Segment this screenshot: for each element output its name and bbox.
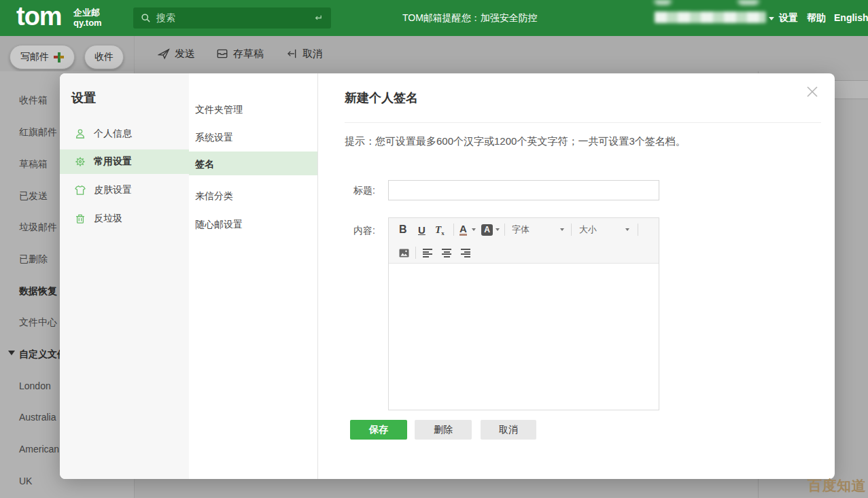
font-color-button[interactable]: A [459,224,467,236]
close-icon[interactable] [805,84,820,99]
subnav-label: 系统设置 [195,132,233,143]
subnav-mail-settings[interactable]: 随心邮设置 [189,215,317,234]
bold-button[interactable]: B [399,218,407,241]
subnav-system-settings[interactable]: 系统设置 [189,128,317,147]
editor-content-area[interactable] [389,264,659,410]
settings-nav-general[interactable]: 常用设置 [60,149,189,174]
cancel-button[interactable]: 取消 [481,420,536,440]
shirt-icon [75,185,86,196]
clear-format-button[interactable]: Tx [435,218,445,241]
settings-title: 设置 [71,90,96,106]
panel-title: 新建个人签名 [345,90,418,106]
insert-image-button[interactable] [399,241,409,264]
delete-button[interactable]: 删除 [415,420,472,440]
header-notice: TOM邮箱提醒您：加强安全防控 [402,0,538,36]
header-settings-link[interactable]: 设置 [779,0,798,36]
subnav-signature[interactable]: 签名 [189,152,317,175]
font-size-select[interactable]: 大小 [579,218,597,241]
user-icon [75,128,86,139]
font-size-arrow[interactable] [625,218,629,241]
align-right-button[interactable] [461,241,470,264]
search-icon [141,13,151,23]
brand-line1: 企业邮 [73,7,102,18]
search-box[interactable]: 搜索 [133,7,331,29]
underline-button[interactable]: U [418,218,426,241]
settings-nav-skin[interactable]: 皮肤设置 [60,178,189,202]
settings-nav-label: 皮肤设置 [94,184,132,196]
subnav-label: 来信分类 [195,190,233,201]
save-button[interactable]: 保存 [350,420,407,440]
search-placeholder: 搜索 [156,12,175,24]
signature-title-input[interactable] [388,180,659,200]
blurred-account-email [655,12,766,23]
brand-line2: qy.tom [73,18,102,28]
signature-editor: B U Tx A A 字体 大小 [388,217,659,410]
editor-toolbar: B U Tx A A 字体 大小 [389,218,659,264]
align-center-button[interactable] [442,241,451,264]
tom-logo: tom [16,2,62,31]
blur-smudge [737,0,759,5]
settings-nav-label: 反垃圾 [94,213,122,225]
account-chevron-down-icon[interactable] [769,17,774,20]
panel-hint: 提示：您可设置最多600个汉字或1200个英文字符；一共可设置3个签名档。 [345,135,686,148]
settings-nav-label: 个人信息 [94,128,132,140]
settings-nav-antispam[interactable]: 反垃圾 [60,207,189,231]
blur-smudge [654,0,672,5]
bg-color-button[interactable]: A [481,218,493,241]
enter-icon [313,13,323,23]
baidu-zhidao-watermark: 百度知道 [808,476,866,495]
subnav-folder-management[interactable]: 文件夹管理 [189,100,317,119]
trash-icon [75,213,86,224]
settings-nav-personal-info[interactable]: 个人信息 [60,122,189,146]
font-color-arrow[interactable] [472,218,476,241]
subnav-label: 签名 [195,158,214,169]
header-language-link[interactable]: English [834,0,868,36]
font-family-arrow[interactable] [560,218,564,241]
brand-lines: 企业邮 qy.tom [73,7,102,28]
header-help-link[interactable]: 帮助 [807,0,826,36]
panel-divider [345,122,821,123]
align-left-button[interactable] [423,241,432,264]
title-label: 标题: [353,185,375,197]
subnav-divider [317,73,318,479]
subnav-label: 随心邮设置 [195,219,243,230]
top-header: tom 企业邮 qy.tom 搜索 TOM邮箱提醒您：加强安全防控 设置 帮助 … [0,0,868,36]
gear-icon [75,156,86,167]
settings-modal: 设置 个人信息 常用设置 皮肤设置 反垃圾 文件夹管理 系统设置 签名 来信分类… [60,73,835,479]
settings-nav-label: 常用设置 [94,156,132,168]
content-label: 内容: [353,225,375,237]
bg-color-arrow[interactable] [496,218,500,241]
subnav-label: 文件夹管理 [195,104,243,115]
font-family-select[interactable]: 字体 [512,218,530,241]
subnav-incoming-classification[interactable]: 来信分类 [189,186,317,205]
